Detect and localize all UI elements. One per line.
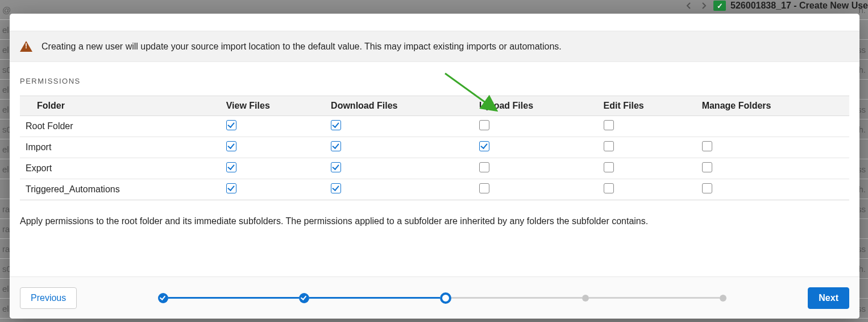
permissions-section: PERMISSIONS Folder View Files Download F… [10,62,859,276]
warning-icon [20,41,32,52]
helper-text: Apply permissions to the root folder and… [20,216,849,226]
table-row: Import [20,137,849,158]
checkbox-view[interactable] [226,162,236,172]
col-edit-files: Edit Files [598,96,696,116]
col-view-files: View Files [221,96,325,116]
checkbox-download[interactable] [331,120,341,130]
wizard-step[interactable] [440,292,451,304]
checkbox-upload[interactable] [479,183,489,193]
checkbox-manage[interactable] [702,141,712,151]
checkbox-download[interactable] [331,183,341,193]
checkbox-download[interactable] [331,162,341,172]
wizard-step[interactable] [720,295,726,302]
checkbox-upload[interactable] [479,162,489,172]
warning-banner: Creating a new user will update your sou… [10,31,859,62]
checkbox-edit[interactable] [604,141,614,151]
background-page-title: 526001838_17 - Create New Use [730,1,868,11]
checkbox-view[interactable] [226,120,236,130]
wizard-step[interactable] [299,293,309,303]
table-row: Export [20,158,849,179]
table-header-row: Folder View Files Download Files Upload … [20,96,849,116]
table-row: Root Folder [20,116,849,137]
folder-name: Root Folder [20,116,221,137]
back-icon [684,1,694,11]
checkbox-edit[interactable] [604,183,614,193]
checkbox-manage[interactable] [702,162,712,172]
wizard-step-segment [451,297,582,299]
checkbox-upload[interactable] [479,120,489,130]
checkbox-manage[interactable] [702,183,712,193]
permissions-table: Folder View Files Download Files Upload … [20,96,849,200]
checkbox-upload[interactable] [479,141,489,151]
create-user-modal: Creating a new user will update your sou… [10,14,859,319]
wizard-step-segment [309,297,440,299]
checkbox-edit[interactable] [604,120,614,130]
forward-icon [699,1,709,11]
folder-name: Export [20,158,221,179]
next-button[interactable]: Next [808,287,849,309]
table-row: Triggered_Automations [20,179,849,200]
col-upload-files: Upload Files [474,96,598,116]
wizard-step-segment [168,297,299,299]
folder-name: Triggered_Automations [20,179,221,200]
warning-text: Creating a new user will update your sou… [41,42,562,52]
background-top-bar: ✓ 526001838_17 - Create New Use [684,0,868,11]
checkbox-edit[interactable] [604,162,614,172]
col-manage-folders: Manage Folders [696,96,849,116]
col-download-files: Download Files [325,96,474,116]
wizard-step-segment [589,297,720,299]
folder-name: Import [20,137,221,158]
checkbox-download[interactable] [331,141,341,151]
previous-button[interactable]: Previous [20,287,77,309]
wizard-step[interactable] [582,295,589,302]
wizard-step[interactable] [158,293,168,303]
checkbox-view[interactable] [226,183,236,193]
section-label: PERMISSIONS [20,77,849,85]
wizard-footer: Previous Next [10,276,859,319]
wizard-stepper [77,292,808,304]
col-folder: Folder [20,96,221,116]
success-check-icon: ✓ [713,1,726,11]
checkbox-view[interactable] [226,141,236,151]
